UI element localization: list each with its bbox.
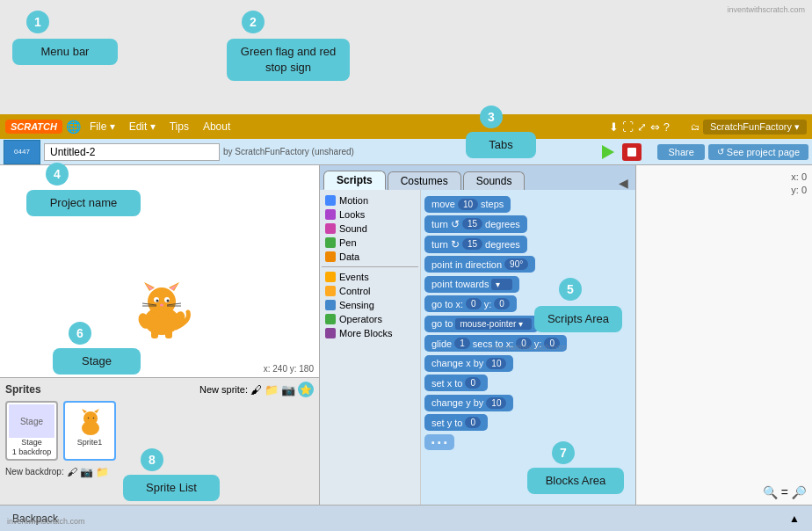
folder-backdrop-btn[interactable]: 📁 [96, 466, 109, 478]
resize-icon[interactable]: ⇔ [650, 120, 660, 134]
fullscreen-icon[interactable]: ⛶ [622, 120, 634, 134]
username-display[interactable]: ScratchFunFactory ▾ [703, 120, 807, 135]
upload-sprite-btn[interactable]: 📁 [265, 383, 279, 396]
menu-about[interactable]: About [198, 119, 236, 135]
block-turn-ccw[interactable]: turn↺ 15 degrees [424, 215, 527, 233]
cat-dot-pen [325, 237, 336, 248]
stop-btn[interactable] [622, 143, 642, 161]
share-button[interactable]: Share [657, 144, 704, 160]
block-point-towards[interactable]: point towards ▾ [424, 276, 519, 293]
cat-operators[interactable]: Operators [322, 312, 418, 326]
cat-dot-sensing [325, 300, 336, 310]
sprite1-item[interactable]: Sprite1 [63, 401, 116, 461]
sprites-panel: Sprites New sprite: 🖌 📁 📷 ⭐ Stage Stage1… [0, 377, 319, 505]
block-turn-cw[interactable]: turn↻ 15 degrees [424, 236, 527, 253]
menu-edit[interactable]: Edit ▾ [124, 119, 161, 135]
cat-sound[interactable]: Sound [322, 222, 418, 236]
stage-canvas: x: 240 y: 180 [0, 165, 319, 377]
block-goto-mousepointer[interactable]: go to mouse-pointer ▾ [424, 316, 539, 332]
block-set-y[interactable]: set y to 0 [424, 414, 488, 431]
more-blocks-indicator: ▪ ▪ ▪ [424, 434, 454, 450]
scratch-logo-right: 🗂 [691, 122, 700, 132]
find-sprite-btn[interactable]: ⭐ [298, 382, 314, 397]
tab-sounds[interactable]: Sounds [463, 171, 526, 190]
cat-divider-1 [322, 266, 418, 267]
svg-point-10 [166, 300, 169, 302]
download-icon[interactable]: ⬇ [609, 120, 619, 134]
stage-sprite-label: Stage1 backdrop [9, 438, 54, 457]
cat-pen[interactable]: Pen [322, 236, 418, 250]
center-panel: Scripts Costumes Sounds ◀ Motion Looks [320, 165, 636, 505]
cat-control[interactable]: Control [322, 284, 418, 298]
annotation-number-5: 5 [559, 278, 582, 301]
share-icon[interactable]: ⤢ [637, 120, 647, 134]
camera-sprite-btn[interactable]: 📷 [281, 383, 295, 396]
menu-file[interactable]: File ▾ [84, 119, 120, 135]
stage-sprite-item[interactable]: Stage Stage1 backdrop [5, 401, 58, 461]
annotation-number-8: 8 [141, 448, 163, 471]
globe-icon[interactable]: 🌐 [66, 120, 81, 134]
cat-dot-events [325, 272, 336, 282]
cat-dot-sound [325, 223, 336, 234]
paint-backdrop-btn[interactable]: 🖌 [67, 466, 77, 478]
help-icon[interactable]: ? [663, 120, 670, 134]
cat-events[interactable]: Events [322, 270, 418, 284]
sprites-panel-header: Sprites New sprite: 🖌 📁 📷 ⭐ [5, 382, 314, 397]
cat-dot-more [325, 328, 336, 338]
tab-scripts[interactable]: Scripts [323, 171, 386, 190]
tabs-row: Scripts Costumes Sounds ◀ [320, 165, 635, 190]
svg-point-24 [88, 417, 90, 418]
scripts-canvas[interactable] [636, 165, 812, 505]
project-name-input[interactable] [44, 143, 220, 161]
block-change-x[interactable]: change x by 10 [424, 355, 513, 372]
paint-sprite-btn[interactable]: 🖌 [250, 383, 262, 396]
block-change-y[interactable]: change y by 10 [424, 395, 513, 411]
cat-dot-data [325, 251, 336, 262]
svg-point-9 [156, 300, 158, 302]
tab-arrow[interactable]: ◀ [615, 176, 632, 190]
watermark-top: inventwithscratch.com [727, 5, 805, 14]
block-set-x[interactable]: set x to 0 [424, 375, 488, 391]
cat-dot-motion [325, 195, 336, 206]
camera-backdrop-btn[interactable]: 📷 [80, 466, 93, 478]
svg-point-21 [83, 411, 98, 426]
block-goto-xy[interactable]: go to x: 0 y: 0 [424, 295, 517, 312]
main-content: x: 240 y: 180 Sprites New sprite: 🖌 📁 📷 … [0, 165, 812, 505]
project-header: 0447 by ScratchFunFactory (unshared) Sha… [0, 139, 812, 165]
stage-coords: x: 240 y: 180 [264, 364, 314, 374]
cat-svg [125, 277, 195, 338]
zoom-reset-icon[interactable]: = [781, 485, 788, 499]
cat-looks[interactable]: Looks [322, 207, 418, 222]
scratch-logo: SCRATCH [5, 120, 62, 134]
svg-rect-17 [165, 330, 172, 338]
tab-costumes[interactable]: Costumes [388, 171, 461, 190]
menu-tips[interactable]: Tips [164, 119, 194, 135]
block-move[interactable]: move 10 steps [424, 196, 511, 213]
scripts-canvas-area: x: 0y: 0 🔍 = 🔍 [636, 165, 812, 505]
cat-more-blocks[interactable]: More Blocks [322, 326, 418, 340]
zoom-out-icon[interactable]: 🔍 [792, 485, 807, 499]
cat-sensing[interactable]: Sensing [322, 298, 418, 312]
annotation-bubble-1: Menu bar [12, 39, 118, 65]
cat-dot-control [325, 286, 336, 296]
stage-sprite-thumb: Stage [9, 404, 54, 438]
menu-bar: SCRATCH 🌐 File ▾ Edit ▾ Tips About ⬇ ⛶ ⤢… [0, 114, 812, 139]
project-author: by ScratchFunFactory (unshared) [223, 147, 354, 156]
cat-motion[interactable]: Motion [322, 193, 418, 207]
backpack-arrow[interactable]: ▲ [789, 513, 800, 525]
green-flag-btn[interactable] [596, 143, 619, 161]
block-glide[interactable]: glide 1 secs to x: 0 y: 0 [424, 335, 567, 352]
zoom-controls: 🔍 = 🔍 [763, 485, 807, 499]
cat-data[interactable]: Data [322, 250, 418, 264]
annotation-number-2: 2 [242, 11, 265, 33]
block-point-direction[interactable]: point in direction 90° [424, 256, 535, 273]
backpack-label: Backpack [12, 513, 58, 525]
zoom-magnify-icon[interactable]: 🔍 [763, 485, 778, 499]
cat-dot-operators [325, 314, 336, 324]
svg-point-25 [93, 417, 95, 418]
new-sprite-row: New sprite: 🖌 📁 📷 ⭐ [199, 382, 314, 397]
annotation-number-7: 7 [552, 441, 575, 464]
see-project-button[interactable]: ↺ See project page [708, 144, 808, 160]
stage-sprite [125, 277, 195, 342]
svg-point-11 [160, 304, 163, 307]
